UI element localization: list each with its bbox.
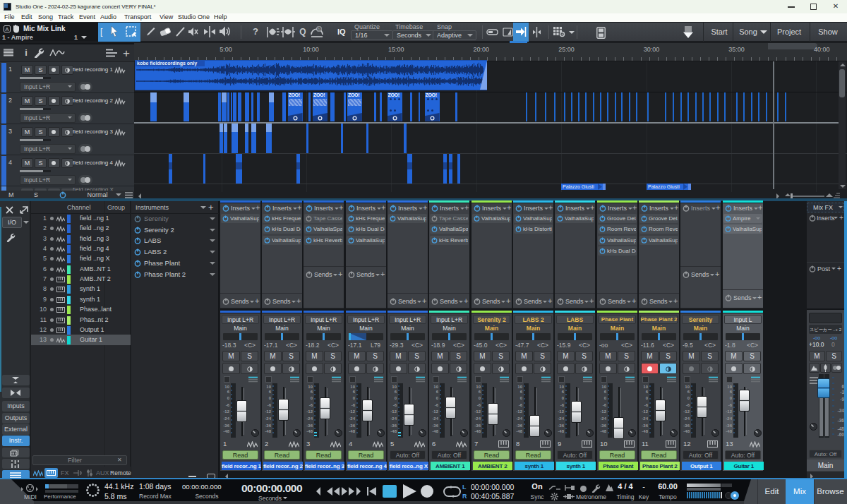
- svg-text:b: b: [318, 27, 320, 31]
